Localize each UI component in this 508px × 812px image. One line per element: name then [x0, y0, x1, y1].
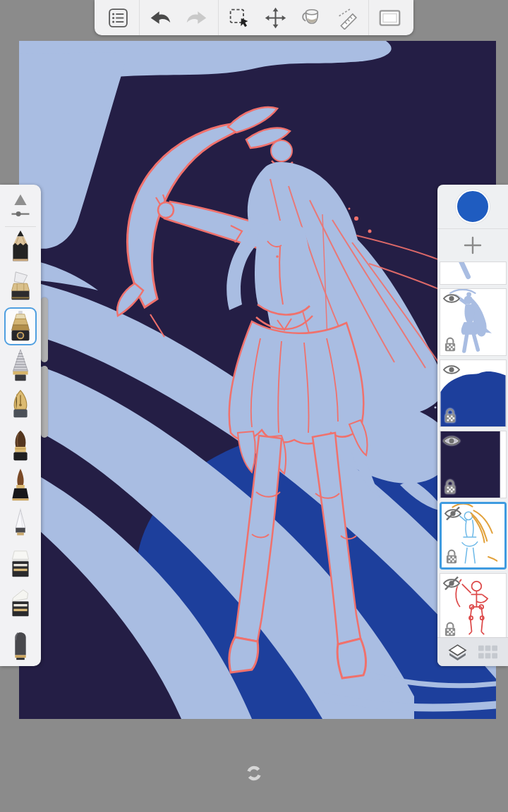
- rotate-reset-icon: [245, 764, 263, 782]
- tool-blender[interactable]: [0, 505, 41, 545]
- layer-visible-eye-icon[interactable]: [442, 362, 461, 377]
- menu-list-icon: [107, 6, 130, 30]
- top-toolbar: [95, 0, 413, 35]
- drawing-canvas[interactable]: [19, 41, 496, 719]
- tool-pencil[interactable]: [0, 227, 41, 266]
- layer-navy-bg[interactable]: [440, 431, 507, 498]
- palette-scroll-handle-bottom[interactable]: [41, 366, 48, 438]
- layer-strokes-top[interactable]: [440, 262, 507, 285]
- color-swatch-area: [437, 185, 508, 229]
- layer-color-sketch[interactable]: [440, 502, 507, 570]
- eraser-flat-icon: [6, 547, 35, 582]
- fill-bucket-button[interactable]: [296, 0, 326, 35]
- canvas-frame-button[interactable]: [375, 0, 405, 35]
- tool-airbrush[interactable]: [0, 346, 41, 386]
- undo-button[interactable]: [146, 0, 176, 35]
- tool-round-brush[interactable]: [0, 426, 41, 465]
- layers-panel-toggle-button[interactable]: [448, 644, 467, 661]
- undo-icon: [149, 6, 172, 30]
- flat-marker-icon: [6, 269, 35, 304]
- menu-list-button[interactable]: [103, 0, 133, 35]
- tool-pointed-brush[interactable]: [0, 465, 41, 505]
- current-color-swatch[interactable]: [456, 190, 490, 223]
- alpha-lock-icon: [444, 621, 456, 637]
- alpha-lock-icon: [444, 336, 456, 352]
- redo-icon: [185, 6, 208, 30]
- palette-scroll-handle-top[interactable]: [41, 297, 48, 362]
- toolbar-divider: [139, 0, 140, 35]
- layer-hidden-eye-icon[interactable]: [442, 576, 461, 591]
- round-brush-icon: [6, 428, 35, 463]
- eraser-chisel-icon: [6, 586, 35, 622]
- tool-brush-settings[interactable]: [0, 187, 41, 226]
- redo-button[interactable]: [182, 0, 212, 35]
- toolbar-divider: [368, 0, 369, 35]
- airbrush-icon: [6, 348, 35, 383]
- layers-list: [437, 262, 508, 637]
- layer-blue-blob[interactable]: [440, 359, 507, 427]
- alpha-lock-icon: [445, 548, 458, 565]
- select-icon: [228, 6, 251, 30]
- blender-icon: [6, 508, 35, 543]
- layers-panel-footer: [437, 637, 508, 666]
- layers-panel: [437, 185, 508, 666]
- layer-silhouette[interactable]: [440, 288, 507, 356]
- canvas-frame-icon: [378, 6, 401, 30]
- layer-visible-eye-icon[interactable]: [442, 433, 461, 448]
- layers-icon: [448, 644, 467, 661]
- smudge-tool-icon: [6, 627, 35, 662]
- tool-pen-nib[interactable]: [0, 386, 41, 426]
- alpha-lock-icon: [444, 479, 456, 495]
- toolbar-divider: [218, 0, 219, 35]
- add-layer-button[interactable]: [437, 229, 508, 262]
- pointed-brush-icon: [6, 467, 35, 503]
- ruler-button[interactable]: [332, 0, 362, 35]
- tool-eraser-flat[interactable]: [0, 545, 41, 584]
- grid-icon: [478, 644, 497, 661]
- plus-icon: [462, 235, 483, 256]
- tool-eraser-chisel[interactable]: [0, 584, 41, 624]
- brush-settings-icon: [6, 189, 35, 224]
- alpha-lock-icon: [444, 407, 456, 424]
- fill-bucket-icon: [300, 6, 323, 30]
- grid-view-toggle-button[interactable]: [478, 644, 497, 661]
- layer-hidden-eye-icon[interactable]: [444, 506, 462, 521]
- layer-pose-sketch[interactable]: [440, 573, 507, 637]
- ruler-icon: [336, 6, 359, 30]
- pencil-icon: [6, 229, 35, 264]
- move-button[interactable]: [260, 0, 290, 35]
- layer-visible-eye-icon[interactable]: [442, 291, 461, 306]
- artwork-illustration: [19, 41, 496, 719]
- tool-smudge-tool[interactable]: [0, 625, 41, 664]
- tool-palette: [0, 185, 41, 666]
- tool-airbrush-cone[interactable]: [0, 307, 41, 346]
- tool-flat-marker[interactable]: [0, 267, 41, 307]
- airbrush-cone-icon: [6, 309, 35, 344]
- layer-strokes-top-thumbnail: [440, 262, 506, 284]
- select-button[interactable]: [224, 0, 254, 35]
- move-icon: [264, 6, 287, 30]
- pen-nib-icon: [6, 388, 35, 424]
- canvas-rotate-reset-handle[interactable]: [245, 764, 263, 782]
